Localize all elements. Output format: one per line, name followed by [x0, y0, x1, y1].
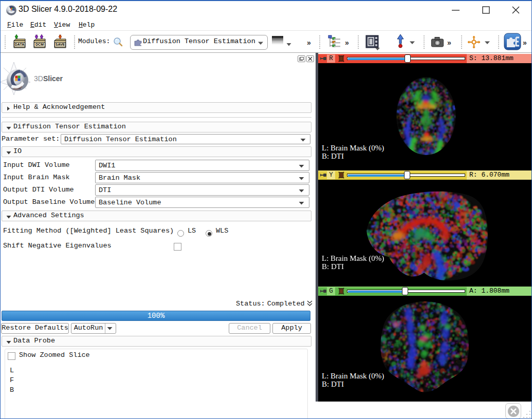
- svg-text:B: DTI: B: DTI: [322, 262, 344, 271]
- svg-text:L: Brain Mask (0%): L: Brain Mask (0%): [322, 144, 384, 153]
- svg-text:L: Brain Mask (0%): L: Brain Mask (0%): [322, 254, 384, 263]
- svg-text:L: Brain Mask (0%): L: Brain Mask (0%): [322, 372, 384, 380]
- svg-text:B: DTI: B: DTI: [322, 152, 344, 160]
- svg-text:B: DTI: B: DTI: [322, 380, 344, 388]
